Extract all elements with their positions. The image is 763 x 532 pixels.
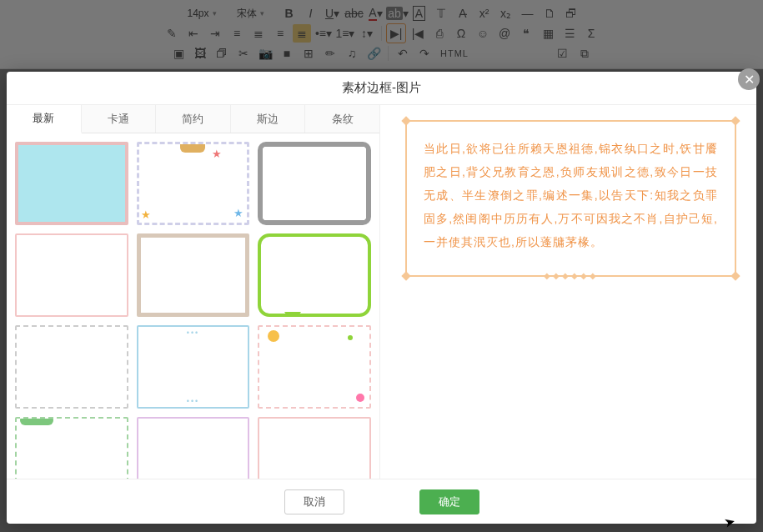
- star-icon: ★: [233, 207, 243, 219]
- star-icon: ★: [141, 208, 151, 221]
- tab-cartoon[interactable]: 卡通: [82, 105, 157, 133]
- frame-thumb-3[interactable]: [258, 142, 371, 225]
- confirm-button[interactable]: 确定: [419, 489, 479, 514]
- corner-ornament-icon: [730, 116, 740, 125]
- dot-icon: [356, 394, 364, 402]
- preview-text: 当此日,欲将已往所赖天恩祖德,锦衣纨口之时,饫甘餍肥之日,背父兄教育之恩,负师友…: [424, 137, 718, 253]
- frame-thumb-10[interactable]: [15, 417, 128, 479]
- tab-latest[interactable]: 最新: [7, 105, 82, 133]
- category-tabs: 最新 卡通 简约 斯边 条纹: [7, 105, 379, 133]
- corner-ornament-icon: [730, 271, 740, 280]
- close-button[interactable]: ✕: [738, 68, 760, 90]
- cancel-button[interactable]: 取消: [284, 489, 344, 514]
- dialog-title-bar: 素材边框-图片 ✕: [7, 72, 756, 105]
- tab-stripes[interactable]: 条纹: [305, 105, 379, 133]
- frame-thumb-7[interactable]: [15, 325, 128, 409]
- tab-simple[interactable]: 简约: [156, 105, 231, 133]
- dialog-left-panel: 最新 卡通 简约 斯边 条纹 ★ ★ ★: [7, 105, 380, 479]
- frame-thumbnails: ★ ★ ★: [7, 133, 379, 479]
- dialog-preview-panel: 当此日,欲将已往所赖天恩祖德,锦衣纨口之时,饫甘餍肥之日,背父兄教育之恩,负师友…: [380, 105, 756, 479]
- tab-torn[interactable]: 斯边: [231, 105, 306, 133]
- frame-thumb-5[interactable]: [137, 233, 250, 317]
- corner-ornament-icon: [401, 116, 410, 125]
- bottom-ornament-icon: ◆◆◆◆◆◆: [544, 271, 599, 280]
- frame-thumb-8[interactable]: [137, 325, 250, 409]
- preview-frame: 当此日,欲将已往所赖天恩祖德,锦衣纨口之时,饫甘餍肥之日,背父兄教育之恩,负师友…: [405, 120, 736, 277]
- frame-thumb-2[interactable]: ★ ★ ★: [137, 142, 250, 225]
- frame-thumb-9[interactable]: [258, 325, 371, 409]
- dialog-title: 素材边框-图片: [342, 80, 421, 96]
- dialog-footer: 取消 确定: [7, 479, 756, 524]
- frame-picker-dialog: 素材边框-图片 ✕ 最新 卡通 简约 斯边 条纹 ★ ★ ★: [7, 72, 756, 524]
- dot-icon: [348, 335, 353, 340]
- frame-thumb-11[interactable]: [137, 417, 250, 479]
- frame-thumb-12[interactable]: [258, 417, 371, 479]
- corner-ornament-icon: [401, 271, 410, 280]
- close-icon: ✕: [744, 72, 755, 88]
- frame-thumb-4[interactable]: [15, 233, 128, 317]
- frame-thumb-1[interactable]: [15, 142, 128, 225]
- frame-thumb-6[interactable]: [258, 233, 371, 317]
- star-icon: ★: [212, 148, 222, 160]
- dot-icon: [268, 330, 279, 342]
